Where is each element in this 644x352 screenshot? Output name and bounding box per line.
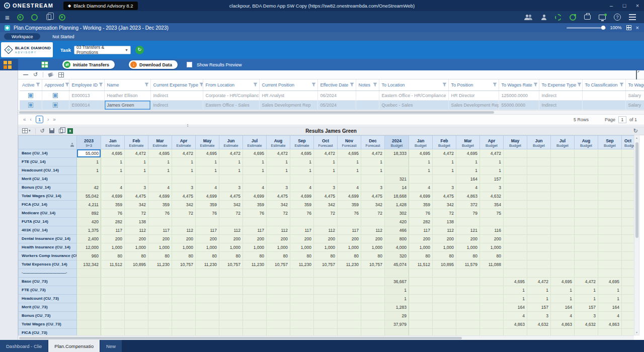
dashboard-grid-icon[interactable]: [4, 61, 7, 64]
results-cell[interactable]: 4,472: [433, 149, 456, 157]
results-cell[interactable]: [385, 157, 409, 166]
results-cell[interactable]: 200: [196, 234, 219, 243]
results-column-header[interactable]: AugBudget: [575, 135, 598, 149]
filter-funnel-icon[interactable]: [311, 82, 316, 87]
results-cell[interactable]: [267, 320, 290, 328]
results-cell[interactable]: 1: [314, 166, 338, 174]
results-cell[interactable]: 1: [290, 157, 314, 166]
results-cell[interactable]: [361, 303, 385, 311]
results-cell[interactable]: [433, 269, 456, 277]
results-cell[interactable]: 3: [172, 183, 196, 192]
results-cell[interactable]: 4,475: [219, 192, 243, 200]
results-cell[interactable]: [551, 166, 575, 174]
results-cell[interactable]: [504, 183, 527, 192]
results-cell[interactable]: [622, 303, 634, 311]
results-cell[interactable]: 14: [385, 183, 409, 192]
results-cell[interactable]: [148, 174, 172, 183]
results-cell[interactable]: [77, 174, 101, 183]
results-cell[interactable]: [101, 303, 125, 311]
results-cell[interactable]: [219, 328, 243, 336]
settings-sliders-icon[interactable]: [629, 14, 636, 20]
results-cell[interactable]: [622, 311, 634, 320]
results-cell[interactable]: 4,475: [433, 192, 456, 200]
results-cell[interactable]: [101, 269, 125, 277]
column-header-to-wages-rate[interactable]: To Wages Rate: [499, 79, 539, 91]
results-cell[interactable]: 117: [290, 226, 314, 234]
results-cell[interactable]: 1: [456, 166, 480, 174]
results-cell[interactable]: [148, 294, 172, 303]
results-cell[interactable]: [480, 303, 504, 311]
results-cell[interactable]: [361, 311, 385, 320]
results-column-header[interactable]: JunBudget: [527, 135, 551, 149]
results-cell[interactable]: [575, 269, 598, 277]
results-cell[interactable]: 800: [385, 234, 409, 243]
results-cell[interactable]: [314, 303, 338, 311]
results-cell[interactable]: [575, 217, 598, 226]
results-cell[interactable]: [290, 311, 314, 320]
results-cell[interactable]: 72: [361, 209, 385, 217]
results-cell[interactable]: 76: [101, 209, 125, 217]
results-cell[interactable]: 200: [290, 234, 314, 243]
results-cell[interactable]: [172, 328, 196, 336]
results-hscrollbar[interactable]: [18, 335, 634, 340]
results-column-header[interactable]: FebBudget: [433, 135, 456, 149]
results-cell[interactable]: [385, 269, 409, 277]
results-cell[interactable]: [361, 286, 385, 294]
close-page-icon[interactable]: ×: [636, 25, 639, 31]
active-cell[interactable]: [20, 100, 42, 110]
results-cell[interactable]: 359: [196, 200, 219, 209]
results-cell[interactable]: 1: [125, 166, 148, 174]
results-cell[interactable]: 76: [338, 209, 361, 217]
scroll-up-icon[interactable]: ▲: [634, 135, 639, 140]
results-column-header[interactable]: NovForecast: [338, 135, 361, 149]
results-cell[interactable]: [622, 226, 634, 234]
results-cell[interactable]: 3: [361, 183, 385, 192]
results-cell[interactable]: 1: [409, 157, 433, 166]
results-cell[interactable]: 1,000: [148, 243, 172, 251]
results-cell[interactable]: 4,695: [243, 149, 267, 157]
results-column-header[interactable]: OctBudget: [622, 135, 634, 149]
results-cell[interactable]: [101, 328, 125, 336]
results-cell[interactable]: [622, 209, 634, 217]
results-cell[interactable]: [314, 286, 338, 294]
results-cell[interactable]: [267, 328, 290, 336]
filter-funnel-icon[interactable]: [493, 82, 497, 87]
results-cell[interactable]: 4,695: [338, 149, 361, 157]
results-cell[interactable]: [433, 174, 456, 183]
results-cell[interactable]: 1: [480, 157, 504, 166]
results-cell[interactable]: [338, 311, 361, 320]
results-cell[interactable]: 2,400: [77, 234, 101, 243]
results-cell[interactable]: 960: [77, 251, 101, 260]
results-cell[interactable]: [575, 174, 598, 183]
results-cell[interactable]: [527, 192, 551, 200]
results-cell[interactable]: 10,757: [267, 260, 290, 269]
onestream-app-icon[interactable]: [17, 14, 24, 21]
results-cell[interactable]: 76: [409, 209, 433, 217]
results-cell[interactable]: 1,000: [172, 243, 196, 251]
results-cell[interactable]: [101, 277, 125, 286]
results-cell[interactable]: [219, 286, 243, 294]
results-cell[interactable]: 1: [575, 294, 598, 303]
results-cell[interactable]: [338, 217, 361, 226]
scrollbar-thumb[interactable]: [19, 111, 494, 114]
results-cell[interactable]: [219, 311, 243, 320]
results-cell[interactable]: [361, 328, 385, 336]
results-cell[interactable]: [125, 311, 148, 320]
results-cell[interactable]: 112: [172, 226, 196, 234]
results-cell[interactable]: [290, 294, 314, 303]
bottom-tab[interactable]: New: [100, 340, 122, 352]
results-cell[interactable]: 1: [504, 286, 527, 294]
results-cell[interactable]: [622, 192, 634, 200]
results-cell[interactable]: [598, 183, 622, 192]
results-cell[interactable]: [361, 217, 385, 226]
results-cell[interactable]: 11,088: [480, 260, 504, 269]
results-cell[interactable]: [456, 303, 480, 311]
results-cell[interactable]: [433, 320, 456, 328]
results-cell[interactable]: [267, 277, 290, 286]
scroll-down-icon[interactable]: ▼: [634, 330, 639, 335]
results-cell[interactable]: [125, 174, 148, 183]
results-cell[interactable]: [172, 303, 196, 311]
users-icon[interactable]: [524, 15, 533, 20]
results-cell[interactable]: [267, 294, 290, 303]
results-cell[interactable]: [551, 149, 575, 157]
